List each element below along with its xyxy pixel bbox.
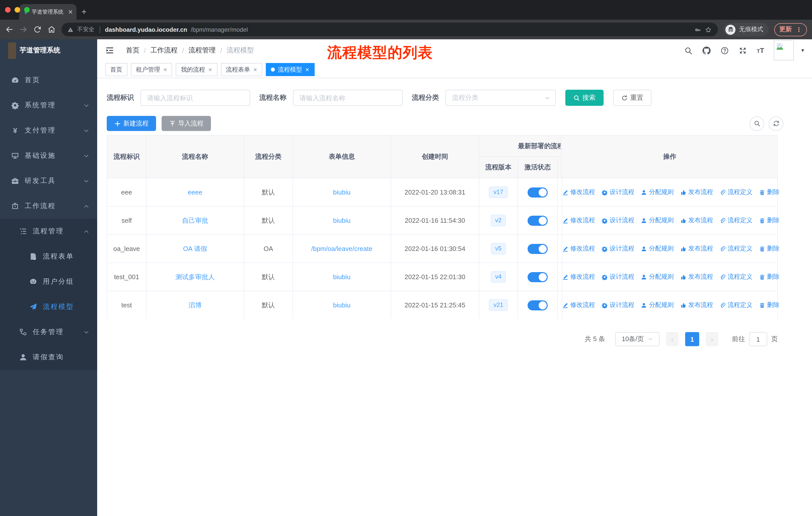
active-toggle[interactable] xyxy=(528,300,548,310)
prev-page-button[interactable]: ‹ xyxy=(666,332,678,346)
action-edit-link[interactable]: 修改流程 xyxy=(562,273,595,281)
process-name-link[interactable]: 测试多审批人 xyxy=(175,272,215,281)
refresh-table-button[interactable] xyxy=(769,116,783,131)
action-edit-link[interactable]: 修改流程 xyxy=(562,244,595,253)
action-assign-link[interactable]: 分配规则 xyxy=(641,188,673,196)
sidebar-item[interactable]: 工作流程 xyxy=(0,193,97,219)
form-info-link[interactable]: biubiu xyxy=(333,188,350,196)
action-design-link[interactable]: 设计流程 xyxy=(602,188,634,196)
action-delete-link[interactable]: 删除 xyxy=(759,244,779,253)
next-page-button[interactable]: › xyxy=(706,332,718,346)
sidebar-item[interactable]: 流程表单 xyxy=(0,244,97,269)
tag-close-icon[interactable]: ✕ xyxy=(163,67,167,72)
action-edit-link[interactable]: 修改流程 xyxy=(562,301,595,309)
avatar-caret-icon[interactable]: ▼ xyxy=(801,48,805,53)
reset-button[interactable]: 重置 xyxy=(613,90,651,106)
address-bar[interactable]: 不安全 dashboard.yudao.iocoder.cn/bpm/manag… xyxy=(61,23,718,36)
current-page-button[interactable]: 1 xyxy=(685,332,699,346)
action-definition-link[interactable]: 流程定义 xyxy=(720,244,752,253)
action-publish-link[interactable]: 发布流程 xyxy=(680,273,713,281)
sidebar-item[interactable]: 请假查询 xyxy=(0,345,97,370)
page-size-select[interactable]: 10条/页 xyxy=(615,332,660,346)
process-name-link[interactable]: OA 请假 xyxy=(183,244,207,253)
zoom-window-button[interactable] xyxy=(24,7,30,12)
action-design-link[interactable]: 设计流程 xyxy=(602,244,634,253)
sidebar-logo[interactable]: 芋道管理系统 xyxy=(0,39,97,61)
action-publish-link[interactable]: 发布流程 xyxy=(680,301,713,309)
action-publish-link[interactable]: 发布流程 xyxy=(680,244,713,253)
sidebar-item[interactable]: 任务管理 xyxy=(0,320,97,345)
show-search-button[interactable] xyxy=(750,116,764,131)
font-size-icon[interactable]: TT xyxy=(757,46,764,54)
update-browser-button[interactable]: 更新 ⋮ xyxy=(774,23,807,36)
home-icon[interactable] xyxy=(47,25,56,34)
process-name-link[interactable]: 自己审批 xyxy=(182,216,208,225)
tag-item[interactable]: 流程模型✕ xyxy=(266,63,314,76)
browser-menu-icon[interactable]: ⋮ xyxy=(796,26,802,33)
form-info-link[interactable]: biubiu xyxy=(333,301,350,309)
reload-icon[interactable] xyxy=(33,25,42,34)
form-info-link[interactable]: biubiu xyxy=(333,273,350,281)
action-design-link[interactable]: 设计流程 xyxy=(602,301,634,309)
sidebar-item[interactable]: 流程模型 xyxy=(0,294,97,320)
tag-item[interactable]: 首页 xyxy=(105,63,127,76)
create-process-button[interactable]: 新建流程 xyxy=(107,116,156,131)
action-assign-link[interactable]: 分配规则 xyxy=(641,301,673,309)
active-toggle[interactable] xyxy=(528,215,548,225)
forward-arrow-icon[interactable] xyxy=(19,25,28,34)
action-publish-link[interactable]: 发布流程 xyxy=(680,216,713,225)
action-delete-link[interactable]: 删除 xyxy=(759,301,779,309)
action-edit-link[interactable]: 修改流程 xyxy=(562,216,595,225)
tag-item[interactable]: 流程表单✕ xyxy=(221,63,263,76)
action-publish-link[interactable]: 发布流程 xyxy=(680,188,713,196)
process-name-link[interactable]: 滔博 xyxy=(188,301,202,310)
active-toggle[interactable] xyxy=(528,187,548,197)
action-definition-link[interactable]: 流程定义 xyxy=(720,188,752,196)
active-toggle[interactable] xyxy=(528,272,548,282)
category-select[interactable]: 流程分类 xyxy=(445,90,556,106)
sidebar-item[interactable]: 用户分组 xyxy=(0,269,97,294)
new-tab-button[interactable]: + xyxy=(82,7,87,17)
action-delete-link[interactable]: 删除 xyxy=(759,216,779,225)
sidebar-item[interactable]: 基础设施 xyxy=(0,143,97,168)
action-assign-link[interactable]: 分配规则 xyxy=(641,244,673,253)
process-key-input[interactable] xyxy=(141,90,250,106)
fullscreen-icon[interactable] xyxy=(739,46,747,55)
tag-item[interactable]: 我的流程✕ xyxy=(176,63,218,76)
action-design-link[interactable]: 设计流程 xyxy=(602,216,634,225)
action-definition-link[interactable]: 流程定义 xyxy=(720,216,752,225)
goto-page-input[interactable] xyxy=(749,332,767,346)
tag-item[interactable]: 租户管理✕ xyxy=(131,63,172,76)
sidebar-item[interactable]: ¥支付管理 xyxy=(0,118,97,143)
tab-close-icon[interactable]: ✕ xyxy=(68,8,73,16)
form-info-link[interactable]: biubiu xyxy=(333,217,350,224)
action-delete-link[interactable]: 删除 xyxy=(759,188,779,196)
active-toggle[interactable] xyxy=(528,244,548,254)
tag-close-icon[interactable]: ✕ xyxy=(305,67,309,72)
breadcrumb-item[interactable]: 流程管理 xyxy=(188,46,216,55)
action-edit-link[interactable]: 修改流程 xyxy=(562,188,595,196)
import-process-button[interactable]: 导入流程 xyxy=(162,116,211,131)
close-window-button[interactable] xyxy=(5,7,10,12)
star-icon[interactable] xyxy=(705,26,712,33)
user-avatar[interactable] xyxy=(774,40,794,60)
action-definition-link[interactable]: 流程定义 xyxy=(720,301,752,309)
action-delete-link[interactable]: 删除 xyxy=(759,273,779,281)
search-icon[interactable] xyxy=(685,46,693,55)
form-info-link[interactable]: /bpm/oa/leave/create xyxy=(311,245,373,252)
sidebar-item[interactable]: 首页 xyxy=(0,67,97,93)
tag-close-icon[interactable]: ✕ xyxy=(208,67,212,72)
github-icon[interactable] xyxy=(702,46,711,55)
action-design-link[interactable]: 设计流程 xyxy=(602,273,634,281)
action-assign-link[interactable]: 分配规则 xyxy=(641,273,673,281)
process-name-link[interactable]: eeee xyxy=(188,188,202,196)
breadcrumb-item[interactable]: 工作流程 xyxy=(150,46,178,55)
sidebar-item[interactable]: 流程管理 xyxy=(0,219,97,244)
collapse-menu-icon[interactable] xyxy=(105,46,114,55)
tag-close-icon[interactable]: ✕ xyxy=(253,67,258,72)
sidebar-item[interactable]: 研发工具 xyxy=(0,168,97,193)
search-button[interactable]: 搜索 xyxy=(565,90,604,106)
question-circle-icon[interactable] xyxy=(721,46,729,55)
process-name-input[interactable] xyxy=(293,90,403,106)
sidebar-item[interactable]: 系统管理 xyxy=(0,93,97,118)
